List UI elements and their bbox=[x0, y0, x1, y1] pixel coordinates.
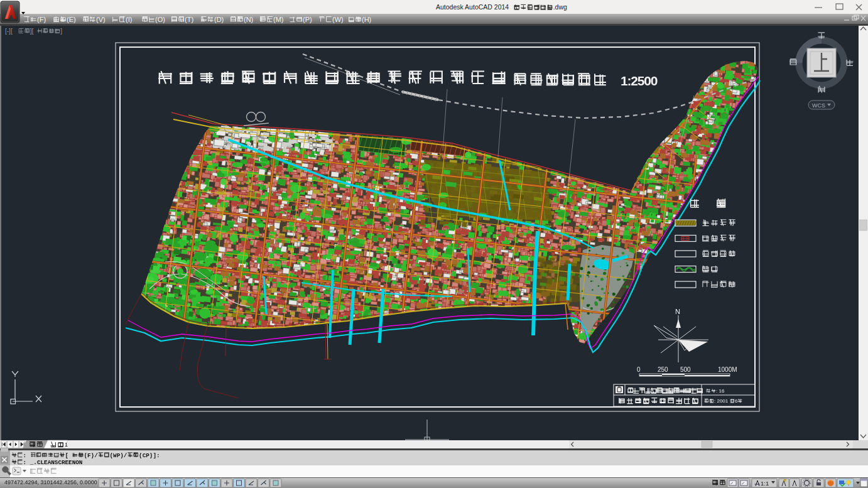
svg-text:(T): (T) bbox=[185, 16, 193, 23]
svg-text:(CP)]:: (CP)]: bbox=[139, 452, 160, 459]
svg-text:1:1: 1:1 bbox=[761, 480, 769, 487]
svg-text:(P): (P) bbox=[303, 16, 312, 23]
svg-text:(N): (N) bbox=[244, 16, 253, 23]
svg-text:][: ][ bbox=[30, 28, 34, 35]
svg-text:.dwg: .dwg bbox=[553, 3, 567, 11]
svg-text:WCS: WCS bbox=[812, 102, 825, 109]
svg-text:250: 250 bbox=[658, 366, 668, 373]
svg-text:(I): (I) bbox=[126, 16, 132, 23]
svg-text:497472.4294, 3101442.4256, 0.: 497472.4294, 3101442.4256, 0.0000 bbox=[4, 479, 97, 485]
svg-text:(WP)/: (WP)/ bbox=[110, 452, 127, 459]
svg-text:(O): (O) bbox=[155, 16, 165, 23]
svg-text:0: 0 bbox=[637, 366, 641, 373]
svg-text:(V): (V) bbox=[96, 16, 106, 23]
svg-text:(M): (M) bbox=[273, 16, 284, 23]
svg-text:(H): (H) bbox=[362, 16, 371, 23]
svg-text:Autodesk AutoCAD 2014: Autodesk AutoCAD 2014 bbox=[436, 3, 509, 11]
svg-text:(W): (W) bbox=[332, 16, 344, 23]
svg-text:]: ] bbox=[60, 28, 62, 35]
svg-text:(F): (F) bbox=[37, 16, 46, 23]
svg-text:6: 6 bbox=[735, 398, 738, 404]
svg-text:N: N bbox=[675, 308, 680, 315]
svg-text:(F)/: (F)/ bbox=[84, 452, 98, 459]
svg-text:1: 1 bbox=[65, 442, 68, 448]
svg-text:1:2500: 1:2500 bbox=[621, 73, 658, 88]
svg-text:[: [ bbox=[65, 452, 69, 459]
svg-text:: _.CLEANSCREENON: : _.CLEANSCREENON bbox=[23, 459, 83, 466]
svg-text:[-][: [-][ bbox=[5, 28, 13, 35]
svg-text:(E): (E) bbox=[67, 16, 76, 23]
svg-text::: : bbox=[23, 452, 27, 459]
svg-text:500: 500 bbox=[680, 366, 691, 373]
svg-text:(D): (D) bbox=[214, 16, 224, 23]
svg-text:: 16: : 16 bbox=[716, 388, 725, 394]
svg-text:1000M: 1000M bbox=[718, 366, 737, 373]
svg-text:: 2001: : 2001 bbox=[714, 398, 729, 404]
